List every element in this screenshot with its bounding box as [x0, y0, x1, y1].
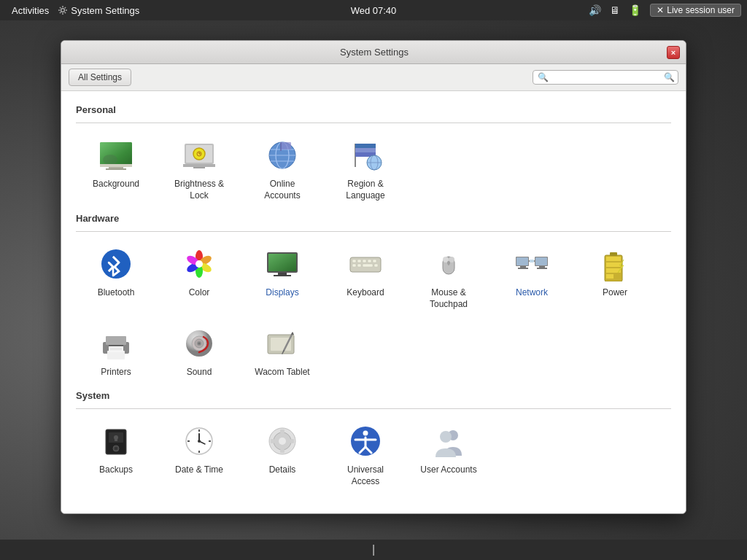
- item-mouse-touchpad[interactable]: Mouse &Touchpad: [409, 239, 489, 316]
- wacom-tablet-label: Wacom Tablet: [255, 367, 309, 378]
- svg-point-3: [103, 155, 117, 165]
- item-keyboard[interactable]: Keyboard: [325, 239, 406, 316]
- settings-gear-icon: [58, 5, 68, 15]
- svg-rect-48: [357, 260, 361, 262]
- search-input[interactable]: [551, 72, 661, 82]
- item-color[interactable]: Color: [159, 239, 239, 316]
- taskbar: |: [0, 540, 747, 560]
- topbar: Activities System Settings Wed 07:40 🔊 🖥…: [0, 0, 747, 20]
- volume-icon[interactable]: 🔊: [589, 4, 601, 16]
- svg-rect-53: [357, 264, 361, 267]
- window-titlebar: System Settings ×: [61, 41, 686, 64]
- search-box[interactable]: 🔍 🔍: [533, 70, 678, 85]
- displays-label: Displays: [266, 287, 298, 299]
- item-network[interactable]: Network: [492, 239, 572, 316]
- svg-rect-66: [535, 257, 547, 265]
- item-region-language[interactable]: Region &Language: [325, 131, 406, 207]
- svg-rect-70: [530, 260, 534, 262]
- date-time-label: Date & Time: [175, 464, 223, 476]
- item-displays[interactable]: Displays: [242, 239, 322, 316]
- item-sound[interactable]: Sound: [159, 319, 239, 384]
- item-bluetooth[interactable]: Bluetooth: [76, 239, 156, 316]
- brightness-lock-icon: [182, 138, 217, 173]
- sound-label: Sound: [187, 367, 212, 378]
- all-settings-button[interactable]: All Settings: [69, 69, 131, 86]
- svg-rect-72: [606, 257, 621, 261]
- svg-rect-4: [100, 164, 132, 167]
- svg-rect-52: [352, 264, 356, 267]
- topbar-appname: System Settings: [58, 5, 139, 16]
- svg-rect-25: [355, 144, 376, 148]
- item-background[interactable]: Background: [76, 131, 156, 207]
- window-toolbar: All Settings 🔍 🔍: [61, 64, 686, 91]
- svg-rect-67: [539, 266, 545, 268]
- item-brightness-lock[interactable]: Brightness &Lock: [159, 131, 239, 207]
- bluetooth-icon: [98, 246, 133, 281]
- network-icon: [514, 246, 549, 281]
- svg-rect-6: [106, 168, 126, 170]
- background-icon: [98, 138, 133, 173]
- power-icon: [597, 246, 632, 281]
- topbar-datetime: Wed 07:40: [351, 5, 397, 16]
- svg-rect-43: [268, 254, 296, 271]
- item-details[interactable]: Details: [242, 416, 322, 493]
- svg-rect-15: [193, 167, 205, 168]
- svg-point-88: [198, 343, 201, 345]
- svg-rect-21: [281, 142, 291, 149]
- svg-rect-80: [109, 345, 123, 346]
- svg-rect-50: [368, 260, 371, 262]
- hardware-grid: Bluetooth Color: [76, 239, 671, 384]
- svg-rect-51: [373, 260, 376, 262]
- svg-rect-64: [518, 268, 528, 269]
- mouse-touchpad-icon: [431, 246, 466, 281]
- svg-point-110: [279, 438, 286, 445]
- color-icon: [182, 246, 217, 281]
- svg-rect-98: [115, 438, 117, 441]
- svg-rect-76: [610, 252, 617, 256]
- user-accounts-label: User Accounts: [420, 464, 476, 476]
- search-icon-right: 🔍: [664, 72, 675, 82]
- section-header-personal: Personal: [76, 104, 671, 115]
- online-accounts-label: OnlineAccounts: [264, 179, 300, 201]
- svg-rect-45: [274, 275, 291, 276]
- item-online-accounts[interactable]: OnlineAccounts: [242, 131, 322, 207]
- svg-rect-26: [355, 148, 376, 152]
- window-close-button[interactable]: ×: [667, 46, 680, 59]
- item-wacom-tablet[interactable]: Wacom Tablet: [242, 319, 322, 384]
- item-user-accounts[interactable]: User Accounts: [409, 416, 489, 493]
- color-label: Color: [189, 287, 210, 299]
- keyboard-label: Keyboard: [347, 287, 384, 299]
- search-icon-left: 🔍: [538, 72, 549, 82]
- printers-label: Printers: [101, 367, 131, 378]
- svg-rect-113: [271, 439, 274, 443]
- personal-grid: Background: [76, 131, 671, 207]
- divider-system: [76, 408, 671, 409]
- activities-button[interactable]: Activities: [6, 5, 55, 16]
- item-backups[interactable]: Backups: [76, 416, 156, 493]
- svg-point-107: [198, 440, 201, 443]
- svg-rect-5: [109, 167, 123, 168]
- svg-rect-73: [606, 262, 621, 267]
- item-universal-access[interactable]: UniversalAccess: [325, 416, 406, 493]
- item-printers[interactable]: Printers: [76, 319, 156, 384]
- sound-icon: [182, 326, 217, 361]
- svg-point-0: [61, 9, 65, 12]
- keyboard-icon: [348, 246, 383, 281]
- live-session-button[interactable]: ✕ Live session user: [650, 4, 741, 17]
- printers-icon: [98, 326, 133, 361]
- svg-rect-14: [183, 164, 215, 167]
- battery-icon[interactable]: 🔋: [629, 4, 641, 16]
- svg-rect-49: [363, 260, 366, 262]
- item-date-time[interactable]: Date & Time: [159, 416, 239, 493]
- svg-rect-55: [374, 264, 378, 267]
- svg-rect-44: [278, 273, 287, 275]
- section-header-system: System: [76, 390, 671, 401]
- details-label: Details: [269, 464, 296, 476]
- item-power[interactable]: Power: [575, 239, 655, 316]
- svg-point-40: [196, 260, 203, 268]
- online-accounts-icon: [265, 138, 300, 173]
- universal-access-label: UniversalAccess: [347, 464, 384, 487]
- display-icon[interactable]: 🖥: [610, 4, 620, 16]
- section-header-hardware: Hardware: [76, 213, 671, 224]
- backups-icon: [98, 424, 133, 459]
